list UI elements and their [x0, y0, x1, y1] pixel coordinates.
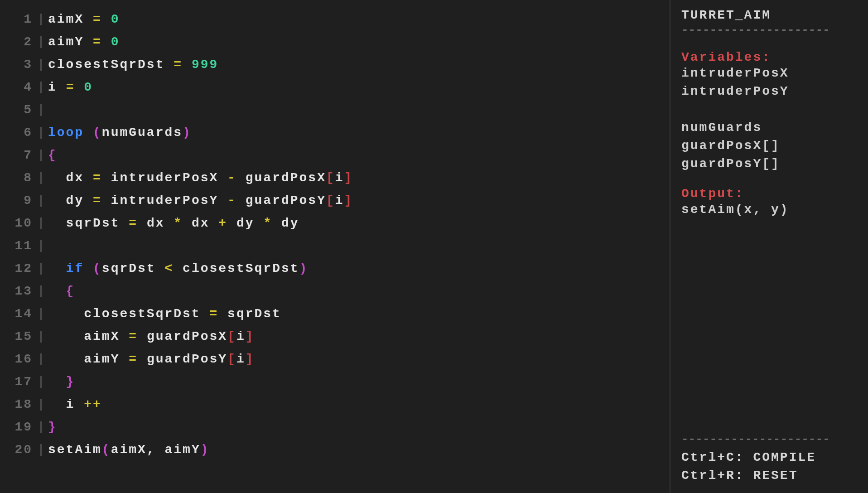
- variable-item: numGuards: [681, 119, 862, 137]
- line-number: 4: [0, 76, 35, 99]
- code-text[interactable]: aimX = 0: [48, 8, 120, 31]
- gutter-pipe: |: [35, 439, 48, 461]
- code-line[interactable]: 7|{: [0, 144, 665, 167]
- gutter-pipe: |: [35, 8, 48, 31]
- line-number: 17: [0, 371, 35, 393]
- line-number: 6: [0, 121, 35, 144]
- gutter-pipe: |: [35, 235, 48, 257]
- sidebar-title: TURRET_AIM: [681, 8, 862, 22]
- line-number: 13: [0, 280, 35, 303]
- line-number: 8: [0, 167, 35, 189]
- sidebar-panel: TURRET_AIM --------------------- Variabl…: [670, 0, 868, 493]
- gutter-pipe: |: [35, 325, 48, 348]
- line-number: 15: [0, 325, 35, 348]
- shortcuts-list: Ctrl+C: COMPILECtrl+R: RESET: [681, 449, 862, 485]
- code-text[interactable]: loop (numGuards): [48, 121, 192, 144]
- gutter-pipe: |: [35, 99, 48, 121]
- code-line[interactable]: 1|aimX = 0: [0, 8, 665, 31]
- line-number: 20: [0, 439, 35, 461]
- code-line[interactable]: 5|: [0, 99, 665, 121]
- line-number: 2: [0, 31, 35, 53]
- shortcut-item: Ctrl+C: COMPILE: [681, 449, 862, 467]
- code-line[interactable]: 11|: [0, 235, 665, 257]
- line-number: 18: [0, 393, 35, 416]
- variable-item: intruderPosX: [681, 64, 862, 82]
- gutter-pipe: |: [35, 303, 48, 325]
- line-number: 9: [0, 189, 35, 212]
- output-heading: Output:: [681, 187, 862, 201]
- variable-item: intruderPosY: [681, 82, 862, 101]
- code-text[interactable]: {: [48, 280, 75, 303]
- gutter-pipe: |: [35, 348, 48, 371]
- line-number: 12: [0, 257, 35, 280]
- code-line[interactable]: 14| closestSqrDst = sqrDst: [0, 303, 665, 325]
- gutter-pipe: |: [35, 371, 48, 393]
- code-line[interactable]: 19|}: [0, 416, 665, 439]
- code-text[interactable]: dx = intruderPosX - guardPosX[i]: [48, 167, 353, 189]
- code-line[interactable]: 18| i ++: [0, 393, 665, 416]
- sidebar-divider: ---------------------: [681, 23, 862, 37]
- code-line[interactable]: 20|setAim(aimX, aimY): [0, 439, 665, 461]
- gutter-pipe: |: [35, 212, 48, 235]
- variable-item: guardPosY[]: [681, 155, 862, 173]
- code-line[interactable]: 15| aimX = guardPosX[i]: [0, 325, 665, 348]
- code-text[interactable]: sqrDst = dx * dx + dy * dy: [48, 212, 299, 235]
- variable-item: [681, 101, 862, 119]
- line-number: 3: [0, 53, 35, 76]
- line-number: 10: [0, 212, 35, 235]
- gutter-pipe: |: [35, 416, 48, 439]
- code-text[interactable]: i ++: [48, 393, 102, 416]
- code-text[interactable]: {: [48, 144, 57, 167]
- code-line[interactable]: 17| }: [0, 371, 665, 393]
- code-line[interactable]: 12| if (sqrDst < closestSqrDst): [0, 257, 665, 280]
- variable-item: guardPosX[]: [681, 137, 862, 155]
- gutter-pipe: |: [35, 393, 48, 416]
- variables-list: intruderPosXintruderPosY numGuardsguardP…: [681, 64, 862, 173]
- variables-heading: Variables:: [681, 50, 862, 64]
- sidebar-divider-bottom: ---------------------: [681, 432, 862, 446]
- code-text[interactable]: }: [48, 371, 75, 393]
- code-line[interactable]: 16| aimY = guardPosY[i]: [0, 348, 665, 371]
- code-text[interactable]: closestSqrDst = sqrDst: [48, 303, 281, 325]
- code-text[interactable]: }: [48, 416, 57, 439]
- line-number: 1: [0, 8, 35, 31]
- code-line[interactable]: 6|loop (numGuards): [0, 121, 665, 144]
- line-number: 11: [0, 235, 35, 257]
- code-text[interactable]: aimX = guardPosX[i]: [48, 325, 255, 348]
- gutter-pipe: |: [35, 76, 48, 99]
- code-text[interactable]: if (sqrDst < closestSqrDst): [48, 257, 308, 280]
- gutter-pipe: |: [35, 121, 48, 144]
- code-text[interactable]: setAim(aimX, aimY): [48, 439, 210, 461]
- code-line[interactable]: 10| sqrDst = dx * dx + dy * dy: [0, 212, 665, 235]
- output-signature: setAim(x, y): [681, 201, 862, 219]
- gutter-pipe: |: [35, 144, 48, 167]
- line-number: 19: [0, 416, 35, 439]
- line-number: 14: [0, 303, 35, 325]
- line-number: 5: [0, 99, 35, 121]
- line-number: 16: [0, 348, 35, 371]
- gutter-pipe: |: [35, 53, 48, 76]
- code-text[interactable]: aimY = 0: [48, 31, 120, 53]
- code-text[interactable]: aimY = guardPosY[i]: [48, 348, 255, 371]
- code-text[interactable]: closestSqrDst = 999: [48, 53, 218, 76]
- code-line[interactable]: 3|closestSqrDst = 999: [0, 53, 665, 76]
- shortcut-item: Ctrl+R: RESET: [681, 467, 862, 485]
- gutter-pipe: |: [35, 257, 48, 280]
- gutter-pipe: |: [35, 189, 48, 212]
- gutter-pipe: |: [35, 167, 48, 189]
- code-line[interactable]: 8| dx = intruderPosX - guardPosX[i]: [0, 167, 665, 189]
- line-number: 7: [0, 144, 35, 167]
- code-line[interactable]: 9| dy = intruderPosY - guardPosY[i]: [0, 189, 665, 212]
- code-line[interactable]: 13| {: [0, 280, 665, 303]
- gutter-pipe: |: [35, 31, 48, 53]
- gutter-pipe: |: [35, 280, 48, 303]
- code-line[interactable]: 2|aimY = 0: [0, 31, 665, 53]
- code-line[interactable]: 4|i = 0: [0, 76, 665, 99]
- code-editor[interactable]: 1|aimX = 02|aimY = 03|closestSqrDst = 99…: [0, 0, 670, 493]
- code-text[interactable]: dy = intruderPosY - guardPosY[i]: [48, 189, 353, 212]
- code-text[interactable]: i = 0: [48, 76, 93, 99]
